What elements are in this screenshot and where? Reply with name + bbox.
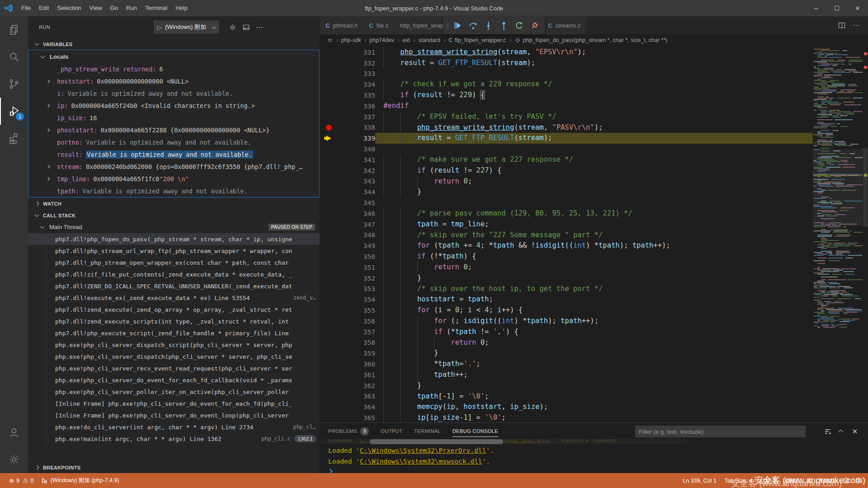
menu-edit[interactable]: Edit [35, 0, 53, 16]
variable-row[interactable]: i:Variable is optimized away and not ava… [28, 87, 319, 99]
tab-pthread.h[interactable]: Cpthread.h [320, 16, 363, 34]
code-line-337[interactable]: 337 /* EPSV failed, let's try PASV */ [320, 112, 813, 122]
step-into-button[interactable] [481, 18, 496, 33]
watch-section-header[interactable]: WATCH [28, 197, 320, 209]
code-editor[interactable]: 331 php_stream_write_string(stream, "EPS… [320, 46, 868, 422]
horizontal-scrollbar-thumb[interactable] [370, 439, 503, 444]
debug-pointer-gutter[interactable] [320, 136, 337, 141]
code-line-341[interactable]: 341 /* make sure we got a 227 response *… [320, 155, 813, 165]
code-line-343[interactable]: 343 return 0; [320, 176, 813, 187]
menu-run[interactable]: Run [122, 0, 141, 16]
code-line-331[interactable]: 331 php_stream_write_string(stream, "EPS… [320, 47, 813, 58]
step-over-button[interactable] [465, 18, 481, 33]
code-line-347[interactable]: 347 tpath = tmp_line; [320, 219, 813, 230]
breadcrumb-item[interactable]: ext [402, 37, 410, 43]
breadcrumb-item[interactable]: php_fopen_do_pasv(php_stream *, char *, … [514, 37, 668, 43]
breadcrumb-item[interactable]: php74dev [369, 37, 394, 43]
start-debug-icon[interactable]: ▷ [157, 24, 162, 31]
panel-tab-output[interactable]: OUTPUT [381, 423, 402, 439]
close-panel-button[interactable]: ✕ [848, 425, 862, 438]
code-line-365[interactable]: 365 ip[ip_size-1] = '\0'; [320, 413, 813, 422]
stack-frame-row[interactable]: php.exe!do_cli_server(int argc, char * *… [28, 421, 320, 433]
debug-console-panel-button[interactable] [239, 20, 253, 34]
stack-frame-row[interactable]: php7.dll!zend_execute(_zend_op_array * o… [28, 304, 320, 315]
status-item[interactable]: Win32 [816, 473, 840, 488]
menu-file[interactable]: File [17, 0, 35, 16]
status-item[interactable]: C [804, 473, 816, 488]
code-line-340[interactable]: 340 [320, 144, 813, 155]
variable-row[interactable]: stream:0x00000240bd062000 {ops=0x00007ff… [28, 160, 319, 173]
panel-tab-problems[interactable]: PROBLEMS9 [328, 423, 369, 439]
code-line-338[interactable]: 338 php_stream_write_string(stream, "PAS… [320, 122, 813, 133]
code-line-364[interactable]: 364 memcpy(ip, hoststart, ip_size); [320, 402, 813, 413]
code-line-360[interactable]: 360 *tpath='.'; [320, 359, 813, 370]
settings-button[interactable] [0, 446, 28, 473]
code-line-353[interactable]: 353 /* skip over the host ip, to get the… [320, 284, 813, 295]
breadcrumb-item[interactable]: standard [418, 37, 440, 43]
scrollbar-slider[interactable] [863, 148, 868, 227]
variable-row[interactable]: ip_size:16 [28, 112, 319, 124]
menu-selection[interactable]: Selection [53, 0, 85, 16]
locals-scope-header[interactable]: Locals [28, 50, 319, 63]
stack-frame-row[interactable]: php7.dll!php_execute_script(_zend_file_h… [28, 327, 320, 339]
views-more-actions-button[interactable]: ⋯ [253, 20, 266, 34]
variable-row[interactable]: phoststart:0x0000004a665f2288 {0x0000000… [28, 124, 319, 136]
menu-help[interactable]: Help [171, 0, 192, 16]
stack-frame-row[interactable]: [Inline Frame] php.exe!php_cli_server_do… [28, 409, 320, 421]
code-line-333[interactable]: 333 [320, 69, 813, 80]
code-line-354[interactable]: 354 hoststart = tpath; [320, 294, 813, 305]
stack-frame-row[interactable]: php.exe!php_cli_server_poller_iter_on_ac… [28, 386, 320, 398]
maximize-button[interactable]: ☐ [826, 0, 847, 16]
call-stack-section-header[interactable]: CALL STACK [28, 209, 320, 221]
code-line-348[interactable]: 348 /* skip over the "227 Some message "… [320, 230, 813, 241]
stack-frame-row[interactable]: php7.dll!zif_file_put_contents(_zend_exe… [28, 268, 320, 280]
account-button[interactable] [0, 419, 28, 446]
maximize-panel-button[interactable] [835, 425, 848, 438]
variable-row[interactable]: result:Variable is optimized away and no… [28, 148, 319, 160]
close-button[interactable]: ✕ [847, 0, 868, 16]
overview-ruler[interactable] [863, 46, 868, 422]
code-line-346[interactable]: 346 /* parse pasv command (129, 80, 95, … [320, 208, 813, 219]
variable-row[interactable]: hoststart:0x0000000000000000 <NULL> [28, 75, 319, 87]
stack-frame-row[interactable]: php.exe!php_cli_server_dispatch(php_cli_… [28, 351, 320, 362]
code-line-356[interactable]: 356 for (; isdigit((int) *tpath); tpath+… [320, 316, 813, 327]
code-line-352[interactable]: 352 } [320, 273, 813, 284]
code-line-339[interactable]: 339 result = GET_FTP_RESULT(stream); [320, 133, 813, 144]
stack-frame-row[interactable]: php7.dll!php_stream_url_wrap_ftp(_php_st… [28, 245, 320, 257]
minimize-button[interactable]: ─ [806, 0, 826, 16]
code-line-358[interactable]: 358 return 0; [320, 338, 813, 348]
code-line-334[interactable]: 334 /* check if we got a 229 response */ [320, 79, 813, 90]
code-line-345[interactable]: 345 [320, 197, 813, 208]
clear-console-button[interactable] [821, 425, 835, 438]
stack-frame-row[interactable]: php7.dll!execute_ex(_zend_execute_data *… [28, 292, 320, 304]
stack-frame-row[interactable]: php.exe!php_cli_server_dispatch_script(p… [28, 339, 320, 351]
panel-tab-terminal[interactable]: TERMINAL [414, 423, 441, 439]
thread-row-main-thread[interactable]: Main Thread PAUSED ON STEP [28, 221, 320, 233]
activity-source-control[interactable] [0, 70, 28, 98]
feedback-smiley-icon[interactable] [840, 477, 852, 484]
code-line-335[interactable]: 335 if (result != 229) { [320, 90, 813, 101]
notifications-bell-icon[interactable] [852, 477, 864, 484]
stack-frame-row[interactable]: php7.dll!zend_execute_scripts(int type, … [28, 315, 320, 327]
step-out-button[interactable] [496, 18, 511, 33]
code-line-349[interactable]: 349 for (tpath += 4; *tpath && !isdigit(… [320, 240, 813, 251]
code-line-332[interactable]: 332 result = GET_FTP_RESULT(stream); [320, 58, 813, 69]
tab-streams.c[interactable]: Cstreams.c [542, 16, 587, 34]
variables-section-header[interactable]: VARIABLES [28, 38, 320, 50]
activity-extensions[interactable] [0, 125, 28, 152]
restart-button[interactable] [511, 18, 527, 33]
toolbar-drag-handle[interactable]: ⁞⁞ [447, 22, 448, 29]
split-editor-button[interactable] [835, 18, 849, 33]
panel-tab-debug-console[interactable]: DEBUG CONSOLE [453, 423, 498, 439]
code-line-344[interactable]: 344 } [320, 187, 813, 197]
file-path-link[interactable]: C:\Windows\System32\mswsock.dll [360, 458, 482, 465]
status-item[interactable]: CRLF [781, 473, 804, 488]
debug-console-output[interactable]: Loaded 'C:\php\php-7.4.9-debug\php-7.4.9… [320, 439, 868, 475]
file-path-link[interactable]: C:\Windows\System32\PrxerDrv.dll [360, 447, 486, 454]
breadcrumb-item[interactable]: Cftp_fopen_wrapper.c [448, 37, 506, 43]
menu-terminal[interactable]: Terminal [141, 0, 171, 16]
code-line-363[interactable]: 363 tpath[-1] = '\0'; [320, 391, 813, 402]
tab-file.c[interactable]: Cfile.c [363, 16, 394, 34]
breakpoints-section-header[interactable]: BREAKPOINTS [28, 461, 320, 473]
activity-search[interactable] [0, 43, 28, 70]
